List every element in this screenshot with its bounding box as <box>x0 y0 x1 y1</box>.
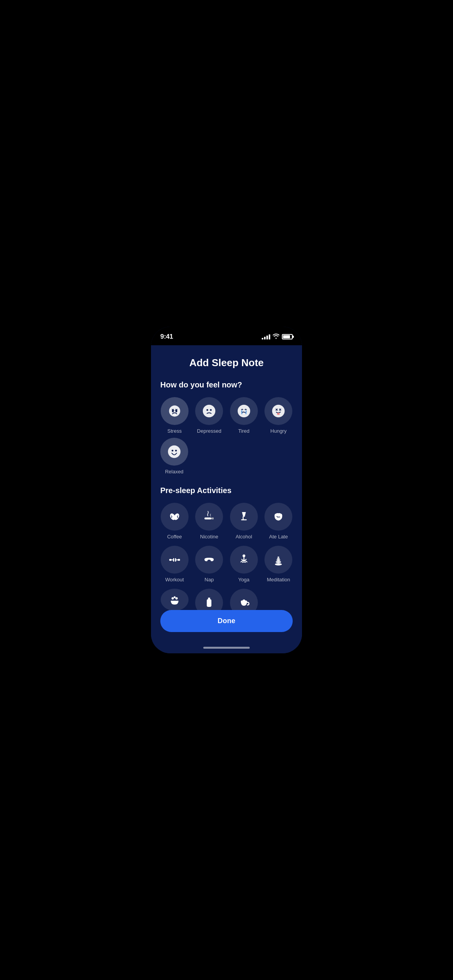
battery-icon <box>282 334 293 339</box>
home-bar <box>203 647 250 649</box>
mood-circle-stress <box>161 397 189 425</box>
mood-circle-depressed <box>195 397 223 425</box>
status-bar: 9:41 <box>151 327 302 345</box>
activity-item-coffee[interactable]: Coffee <box>160 503 189 540</box>
mood-circle-hungry <box>264 397 292 425</box>
activity-circle-meditation <box>264 546 292 574</box>
mood-grid: Stress Depressed <box>160 397 293 434</box>
mood-label-relaxed: Relaxed <box>165 469 184 475</box>
mood-label-hungry: Hungry <box>270 428 287 434</box>
mood-label-tired: Tired <box>238 428 249 434</box>
activity-circle-nap <box>195 546 223 574</box>
activity-circle-coffee <box>161 503 189 531</box>
svg-rect-21 <box>178 559 180 561</box>
svg-point-30 <box>175 597 178 600</box>
svg-rect-17 <box>170 560 173 560</box>
activities-section: Pre-sleep Activities Coffee <box>160 486 293 620</box>
svg-rect-31 <box>208 598 210 599</box>
svg-rect-15 <box>211 517 214 519</box>
mood-item-hungry[interactable]: Hungry <box>264 397 293 434</box>
activity-circle-yoga <box>230 546 258 574</box>
done-button[interactable]: Done <box>160 610 293 632</box>
activity-item-meditation[interactable]: Meditation <box>264 546 293 583</box>
activities-section-title: Pre-sleep Activities <box>160 486 293 495</box>
svg-point-11 <box>175 450 177 452</box>
wifi-icon <box>273 334 280 340</box>
mood-grid-row2: Relaxed <box>160 438 293 475</box>
activities-grid-row1: Coffee Nicotine <box>160 503 293 540</box>
svg-point-8 <box>277 413 280 415</box>
activity-label-workout: Workout <box>165 577 184 583</box>
svg-point-26 <box>277 558 280 559</box>
activity-label-meditation: Meditation <box>267 577 290 583</box>
mood-item-stress[interactable]: Stress <box>160 397 189 434</box>
mood-item-depressed[interactable]: Depressed <box>195 397 224 434</box>
svg-point-5 <box>210 409 212 411</box>
activity-circle-nicotine <box>195 503 223 531</box>
signal-icon <box>262 334 270 339</box>
status-icons <box>262 334 293 340</box>
svg-point-4 <box>207 409 209 411</box>
feelings-section-title: How do you feel now? <box>160 380 293 389</box>
activity-circle-bath <box>161 589 189 611</box>
svg-point-27 <box>278 557 280 558</box>
svg-point-25 <box>276 559 280 561</box>
mood-circle-relaxed <box>160 438 188 466</box>
activity-item-alcohol[interactable]: Alcohol <box>230 503 258 540</box>
svg-point-6 <box>238 405 250 417</box>
activity-circle-alcohol <box>230 503 258 531</box>
svg-rect-14 <box>204 517 211 519</box>
svg-rect-32 <box>207 599 211 607</box>
svg-point-22 <box>242 555 245 557</box>
activities-grid-row2: Workout Nap <box>160 546 293 583</box>
mood-item-tired[interactable]: Tired <box>230 397 258 434</box>
mood-label-stress: Stress <box>167 428 182 434</box>
activity-label-coffee: Coffee <box>167 534 182 540</box>
activity-item-nicotine[interactable]: Nicotine <box>195 503 224 540</box>
activity-item-yoga[interactable]: Yoga <box>230 546 258 583</box>
mood-item-relaxed[interactable]: Relaxed <box>160 438 188 475</box>
activity-item-nap[interactable]: Nap <box>195 546 224 583</box>
activity-item-workout[interactable]: Workout <box>160 546 189 583</box>
activity-circle-workout <box>161 546 189 574</box>
main-content: Add Sleep Note How do you feel now? <box>151 345 302 644</box>
activity-label-ate-late: Ate Late <box>269 534 288 540</box>
mood-label-depressed: Depressed <box>197 428 221 434</box>
activity-label-nicotine: Nicotine <box>200 534 218 540</box>
svg-point-9 <box>168 445 180 458</box>
svg-point-24 <box>276 561 281 563</box>
activity-label-yoga: Yoga <box>238 577 249 583</box>
mood-circle-tired <box>230 397 258 425</box>
page-title: Add Sleep Note <box>160 357 293 369</box>
svg-rect-18 <box>173 558 174 562</box>
svg-point-3 <box>203 405 215 417</box>
svg-point-29 <box>173 596 175 598</box>
home-indicator <box>151 644 302 653</box>
svg-point-23 <box>275 563 282 565</box>
svg-point-28 <box>172 597 174 600</box>
activity-label-alcohol: Alcohol <box>235 534 252 540</box>
status-time: 9:41 <box>160 333 173 341</box>
done-button-wrapper: Done <box>160 610 293 632</box>
activity-circle-ate-late <box>264 503 292 531</box>
activity-label-nap: Nap <box>204 577 214 583</box>
svg-point-10 <box>172 450 173 452</box>
svg-point-7 <box>272 405 285 417</box>
svg-point-34 <box>241 600 247 602</box>
activity-item-ate-late[interactable]: Ate Late <box>264 503 293 540</box>
